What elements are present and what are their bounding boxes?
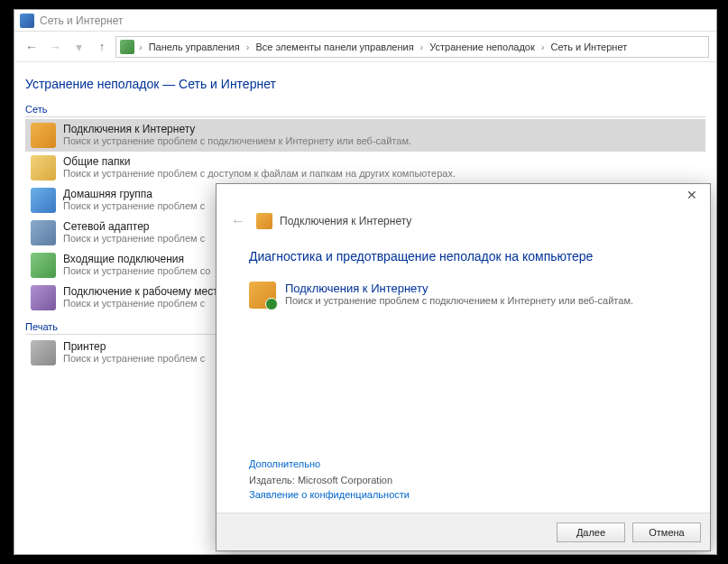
window-title: Сеть и Интернет <box>40 14 123 27</box>
item-title: Входящие подключения <box>63 253 210 265</box>
close-button[interactable]: ✕ <box>674 184 710 206</box>
nav-back-button[interactable]: ← <box>22 37 41 57</box>
item-desc: Поиск и устранение проблем с подключение… <box>63 135 411 146</box>
item-title: Принтер <box>63 340 205 353</box>
cancel-button[interactable]: Отмена <box>632 522 701 542</box>
item-title: Сетевой адаптер <box>63 220 205 233</box>
item-desc: Поиск и устранение проблем со <box>63 265 210 276</box>
app-icon <box>20 14 34 28</box>
dialog-item-title: Подключения к Интернету <box>285 282 633 295</box>
navbar: ← → ▾ ↑ › Панель управления › Все элемен… <box>14 32 716 62</box>
dialog-header: ← Подключения к Интернету <box>217 209 710 240</box>
dialog-item-desc: Поиск и устранение проблем с подключение… <box>285 295 633 306</box>
breadcrumb-segment[interactable]: Устранение неполадок <box>428 42 537 52</box>
breadcrumb-segment[interactable]: Панель управления <box>147 42 242 52</box>
network-adapter-icon <box>31 220 56 245</box>
chevron-right-icon: › <box>418 42 427 52</box>
dialog-header-title: Подключения к Интернету <box>280 215 411 227</box>
item-desc: Поиск и устранение проблем с <box>63 200 205 211</box>
dialog-heading: Диагностика и предотвращение неполадок н… <box>249 249 677 264</box>
item-desc: Поиск и устранение проблем с доступом к … <box>63 168 456 179</box>
next-button[interactable]: Далее <box>557 522 625 542</box>
item-desc: Поиск и устранение проблем с <box>63 353 205 364</box>
item-title: Домашняя группа <box>63 188 205 200</box>
item-title: Общие папки <box>63 155 456 168</box>
breadcrumb-segment[interactable]: Сеть и Интернет <box>548 42 629 52</box>
dialog-footer-links: Дополнительно Издатель: Microsoft Corpor… <box>249 458 410 500</box>
troubleshooter-shared-folders[interactable]: Общие папки Поиск и устранение проблем с… <box>25 152 705 184</box>
troubleshooter-wizard-dialog: ✕ ← Подключения к Интернету Диагностика … <box>216 183 711 551</box>
dialog-troubleshooter-item: Подключения к Интернету Поиск и устранен… <box>249 282 677 309</box>
troubleshooter-internet-connections[interactable]: Подключения к Интернету Поиск и устранен… <box>25 119 705 152</box>
nav-up-button[interactable]: ↑ <box>92 37 112 57</box>
address-bar[interactable]: › Панель управления › Все элементы панел… <box>115 36 709 58</box>
incoming-icon <box>31 253 56 278</box>
item-title: Подключения к Интернету <box>63 123 411 135</box>
globe-icon <box>256 213 272 229</box>
wizard-back-button[interactable]: ← <box>231 213 249 229</box>
privacy-link[interactable]: Заявление о конфиденциальности <box>249 489 410 500</box>
globe-check-icon <box>249 282 276 309</box>
item-desc: Поиск и устранение проблем с <box>63 298 224 309</box>
nav-forward-button[interactable]: → <box>45 37 65 57</box>
page-heading: Устранение неполадок — Сеть и Интернет <box>25 77 705 91</box>
workplace-icon <box>31 285 56 310</box>
homegroup-icon <box>31 188 56 213</box>
advanced-link[interactable]: Дополнительно <box>249 458 320 469</box>
folder-icon <box>31 155 56 180</box>
publisher-value: Microsoft Corporation <box>298 475 392 485</box>
printer-icon <box>31 340 56 365</box>
chevron-right-icon: › <box>244 42 253 52</box>
titlebar: Сеть и Интернет <box>14 10 716 32</box>
dialog-titlebar: ✕ <box>217 184 710 209</box>
chevron-right-icon: › <box>539 42 548 52</box>
dialog-body: Диагностика и предотвращение неполадок н… <box>217 240 710 513</box>
chevron-right-icon: › <box>136 42 145 52</box>
item-title: Подключение к рабочему месту <box>63 285 224 298</box>
section-label-network: Сеть <box>25 104 705 117</box>
globe-icon <box>31 123 56 148</box>
publisher-label: Издатель: <box>249 475 295 485</box>
dialog-button-bar: Далее Отмена <box>217 513 710 550</box>
nav-recent-dropdown[interactable]: ▾ <box>69 37 88 57</box>
address-icon <box>120 40 134 54</box>
item-desc: Поиск и устранение проблем с <box>63 233 205 244</box>
breadcrumb-segment[interactable]: Все элементы панели управления <box>253 42 415 52</box>
